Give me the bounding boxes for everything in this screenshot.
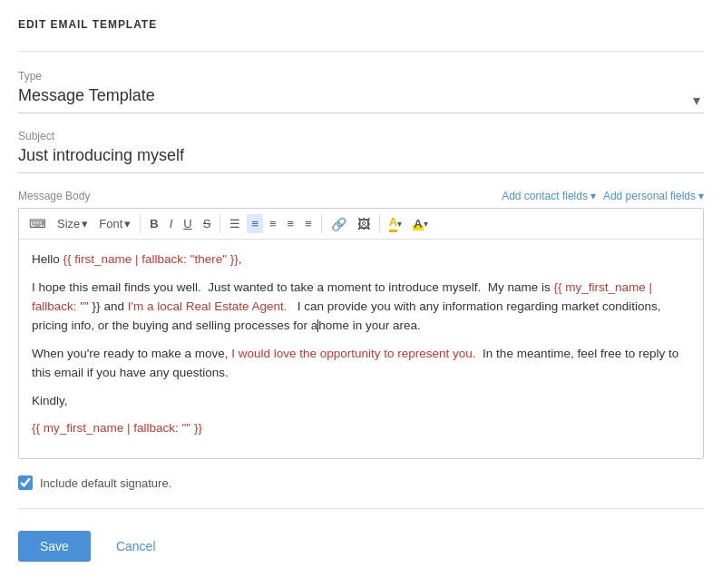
- field-buttons: Add contact fields ▾ Add personal fields…: [502, 190, 704, 202]
- editor-line-2: I hope this email finds you well. Just w…: [32, 279, 690, 336]
- highlight-icon: A: [413, 217, 423, 230]
- chevron-down-icon: ▾: [397, 219, 402, 229]
- template-var-first-name: {{ first_name | fallback: "there" }}: [63, 252, 239, 266]
- subject-label: Subject: [18, 130, 704, 142]
- editor-line-4: Kindly,: [32, 392, 690, 411]
- link-button[interactable]: 🔗: [327, 214, 351, 234]
- align-right-button[interactable]: ≡: [283, 214, 299, 233]
- strikethrough-button[interactable]: S: [199, 214, 216, 233]
- image-icon: 🖼: [357, 217, 370, 231]
- subject-value: Just introducing myself: [18, 146, 184, 164]
- align-center-button[interactable]: ≡: [247, 214, 263, 233]
- type-field-group: Type Message Template ▾: [18, 70, 704, 113]
- page-title: EDIT EMAIL TEMPLATE: [18, 18, 704, 31]
- cancel-button[interactable]: Cancel: [102, 531, 171, 562]
- font-family-dropdown[interactable]: Font ▾: [94, 214, 135, 233]
- font-color-icon: A: [389, 215, 397, 232]
- add-contact-fields-button[interactable]: Add contact fields ▾: [502, 190, 596, 202]
- top-divider: [18, 51, 704, 52]
- editor-line-5: {{ my_first_name | fallback: "" }}: [32, 419, 690, 438]
- signature-label: Include default signature.: [40, 476, 171, 490]
- editor-container: ⌨ Size ▾ Font ▾ B I U: [18, 208, 704, 459]
- chevron-down-icon: ▾: [590, 190, 596, 202]
- align-center-icon: ≡: [251, 217, 259, 230]
- highlight-button[interactable]: A ▾: [408, 214, 432, 233]
- align-right-icon: ≡: [288, 217, 295, 230]
- add-personal-fields-label: Add personal fields: [603, 190, 696, 202]
- template-text-move: I would love the opportunity to represen…: [231, 347, 475, 360]
- font-size-dropdown[interactable]: Size ▾: [53, 214, 93, 233]
- chevron-down-icon: ▾: [124, 217, 131, 230]
- font-size-label: Size: [57, 217, 80, 230]
- underline-button[interactable]: U: [179, 214, 196, 233]
- type-label: Type: [18, 70, 704, 83]
- bold-button[interactable]: B: [145, 214, 162, 233]
- toolbar-divider-3: [321, 215, 322, 233]
- chevron-down-icon: ▾: [82, 217, 88, 230]
- bullet-list-icon: ☰: [229, 217, 240, 230]
- editor-line-3: When you're ready to make a move, I woul…: [32, 345, 690, 383]
- signature-row: Include default signature.: [18, 475, 704, 490]
- add-personal-fields-button[interactable]: Add personal fields ▾: [603, 190, 704, 202]
- align-justify-icon: ≡: [305, 217, 312, 230]
- editor-toolbar: ⌨ Size ▾ Font ▾ B I U: [19, 209, 703, 240]
- align-justify-button[interactable]: ≡: [300, 214, 317, 233]
- save-button[interactable]: Save: [18, 531, 91, 562]
- bottom-divider: [18, 508, 704, 509]
- chevron-down-icon2: ▾: [698, 190, 704, 202]
- bullet-list-button[interactable]: ☰: [225, 214, 245, 233]
- toolbar-divider-4: [379, 215, 380, 233]
- subject-input[interactable]: Just introducing myself: [18, 146, 704, 173]
- message-body-label: Message Body: [18, 190, 90, 202]
- align-left-button[interactable]: ≡: [265, 214, 281, 233]
- message-body-header: Message Body Add contact fields ▾ Add pe…: [18, 190, 704, 202]
- template-text-local: I'm a local Real Estate Agent.: [128, 299, 288, 313]
- signature-checkbox[interactable]: [18, 475, 33, 490]
- template-var-my-first-name-1: {{ my_first_name | fallback: "": [32, 280, 652, 313]
- source-icon: ⌨: [29, 217, 46, 230]
- image-button[interactable]: 🖼: [353, 214, 375, 234]
- editor-body[interactable]: Hello {{ first_name | fallback: "there" …: [19, 240, 703, 458]
- source-code-button[interactable]: ⌨: [24, 214, 51, 233]
- chevron-down-icon: ▾: [693, 91, 700, 108]
- type-select[interactable]: Message Template ▾: [18, 86, 704, 113]
- text-cursor: [317, 319, 318, 332]
- subject-field-group: Subject Just introducing myself: [18, 130, 704, 173]
- align-left-icon: ≡: [269, 217, 277, 230]
- template-var-my-first-name-2: {{ my_first_name | fallback: "" }}: [32, 421, 202, 435]
- message-body-section: Message Body Add contact fields ▾ Add pe…: [18, 190, 704, 459]
- toolbar-divider-1: [140, 215, 141, 233]
- link-icon: 🔗: [331, 217, 346, 231]
- chevron-down-icon: ▾: [424, 219, 428, 229]
- editor-line-1: Hello {{ first_name | fallback: "there" …: [32, 250, 690, 270]
- font-family-label: Font: [99, 217, 122, 230]
- italic-button[interactable]: I: [165, 214, 178, 233]
- action-buttons: Save Cancel: [18, 531, 704, 562]
- font-color-button[interactable]: A ▾: [385, 212, 406, 235]
- toolbar-divider-2: [220, 215, 220, 233]
- add-contact-fields-label: Add contact fields: [502, 190, 588, 202]
- type-select-value: Message Template: [18, 86, 177, 105]
